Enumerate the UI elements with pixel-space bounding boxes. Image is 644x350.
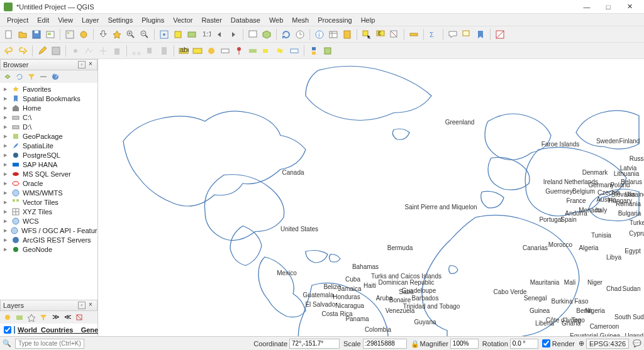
save-edits-icon[interactable] <box>50 45 62 57</box>
redo-icon[interactable] <box>16 45 29 57</box>
copy-icon[interactable] <box>144 45 157 57</box>
no-georef-icon[interactable] <box>494 28 506 41</box>
refresh-browser-icon[interactable] <box>14 72 25 82</box>
paste-icon[interactable] <box>158 45 170 57</box>
zoom-in-icon[interactable] <box>125 28 137 41</box>
zoom-out-icon[interactable] <box>138 28 151 41</box>
menu-layer[interactable]: Layer <box>77 15 104 25</box>
delete-selected-icon[interactable] <box>111 45 123 57</box>
abc-label-icon[interactable]: abc <box>177 45 190 57</box>
browser-item[interactable]: ▸SpatiaLite <box>1 141 96 150</box>
bookmark-icon[interactable] <box>474 28 487 41</box>
browser-item[interactable]: ▸WCS <box>1 216 96 226</box>
browser-close-icon[interactable]: × <box>87 61 94 68</box>
zoom-selection-icon[interactable] <box>172 28 184 41</box>
layer-style-icon[interactable] <box>3 312 13 322</box>
identify-icon[interactable]: i <box>313 28 326 41</box>
new-map-view-icon[interactable] <box>247 28 259 41</box>
locator-input[interactable] <box>15 339 84 349</box>
diagram-icon[interactable] <box>205 45 218 57</box>
zoom-next-icon[interactable] <box>227 28 240 41</box>
add-feature-icon[interactable] <box>69 45 82 57</box>
browser-item[interactable]: ▸SAP HANA <box>1 160 96 169</box>
measure-icon[interactable] <box>408 28 420 41</box>
open-project-icon[interactable] <box>16 28 29 41</box>
render-checkbox[interactable] <box>542 339 550 347</box>
vertex-tool-icon[interactable] <box>83 45 96 57</box>
layer-checkbox[interactable] <box>4 326 11 334</box>
new-project-icon[interactable] <box>3 28 15 41</box>
map-canvas[interactable]: GreenlandCanadaUnited StatesMexicoBermud… <box>98 59 644 336</box>
menu-vector[interactable]: Vector <box>169 15 197 25</box>
browser-tree[interactable]: ▸Favorites▸Spatial Bookmarks▸Home▸C:\▸D:… <box>0 83 97 300</box>
browser-undock-icon[interactable]: ▫ <box>78 61 86 68</box>
menu-view[interactable]: View <box>53 15 77 25</box>
change-label-icon[interactable] <box>288 45 301 57</box>
menu-help[interactable]: Help <box>357 15 380 25</box>
zoom-native-icon[interactable]: 1:1 <box>199 28 212 41</box>
collapse-all-icon[interactable] <box>38 72 48 82</box>
rotate-label-icon[interactable] <box>274 45 287 57</box>
new-3d-view-icon[interactable] <box>260 28 273 41</box>
layout-manager-icon[interactable] <box>64 28 76 41</box>
statistics-icon[interactable]: Σ <box>427 28 440 41</box>
undo-icon[interactable] <box>3 45 15 57</box>
zoom-full-icon[interactable] <box>158 28 170 41</box>
move-label-icon[interactable] <box>260 45 273 57</box>
pan-icon[interactable] <box>97 28 109 41</box>
browser-item[interactable]: ▸MS SQL Server <box>1 169 96 178</box>
menu-database[interactable]: Database <box>226 15 265 25</box>
menu-project[interactable]: Project <box>3 15 33 25</box>
layers-undock-icon[interactable]: ▫ <box>78 302 86 309</box>
browser-item[interactable]: ▸Home <box>1 103 96 112</box>
layers-tree[interactable]: World_Countries__Generalized_ <box>0 324 97 336</box>
plugin-manager-icon[interactable] <box>321 45 334 57</box>
menu-plugins[interactable]: Plugins <box>137 15 169 25</box>
zoom-last-icon[interactable] <box>213 28 226 41</box>
expand-all-icon[interactable]: ≫ <box>50 312 60 322</box>
abc-rule-icon[interactable] <box>191 45 204 57</box>
browser-item[interactable]: ▸Vector Tiles <box>1 197 96 207</box>
browser-item[interactable]: ▸PostgreSQL <box>1 150 96 160</box>
new-print-layout-icon[interactable] <box>44 28 57 41</box>
browser-item[interactable]: ▸ArcGIS REST Servers <box>1 235 96 244</box>
maximize-button[interactable]: □ <box>597 1 619 13</box>
zoom-layer-icon[interactable] <box>186 28 198 41</box>
browser-item[interactable]: ▸Favorites <box>1 84 96 94</box>
select-features-icon[interactable] <box>360 28 373 41</box>
browser-item[interactable]: ▸WFS / OGC API - Features <box>1 226 96 235</box>
add-group-icon[interactable] <box>14 312 25 322</box>
collapse-all-icon[interactable]: ≪ <box>62 312 72 322</box>
manage-themes-icon[interactable] <box>26 312 36 322</box>
rotation-input[interactable] <box>510 339 538 349</box>
layers-close-icon[interactable]: × <box>87 302 94 309</box>
coord-input[interactable] <box>289 339 340 349</box>
browser-item[interactable]: ▸Spatial Bookmarks <box>1 94 96 103</box>
crs-icon[interactable]: ⊕ <box>579 339 584 347</box>
messages-icon[interactable]: 💬 <box>633 339 641 347</box>
add-layer-icon[interactable] <box>3 72 13 82</box>
browser-item[interactable]: ▸Oracle <box>1 178 96 188</box>
crs-button[interactable]: EPSG:4326 <box>586 339 629 349</box>
magnifier-input[interactable] <box>450 339 479 349</box>
deselect-icon[interactable] <box>388 28 401 41</box>
move-feature-icon[interactable] <box>97 45 109 57</box>
browser-item[interactable]: ▸GeoNode <box>1 244 96 254</box>
properties-icon[interactable]: ? <box>50 72 60 82</box>
annotation-icon[interactable] <box>460 28 473 41</box>
scale-input[interactable] <box>363 339 407 349</box>
menu-settings[interactable]: Settings <box>103 15 137 25</box>
filter-browser-icon[interactable] <box>26 72 36 82</box>
pin-label-icon[interactable] <box>233 45 245 57</box>
menu-processing[interactable]: Processing <box>313 15 356 25</box>
lock-icon[interactable]: 🔒 <box>411 340 418 347</box>
show-label-icon[interactable] <box>247 45 259 57</box>
python-console-icon[interactable] <box>308 45 320 57</box>
filter-legend-icon[interactable] <box>38 312 48 322</box>
menu-raster[interactable]: Raster <box>197 15 226 25</box>
browser-item[interactable]: ▸GeoPackage <box>1 131 96 141</box>
toggle-editing-icon[interactable] <box>36 45 48 57</box>
temporal-icon[interactable] <box>294 28 306 41</box>
pan-to-selection-icon[interactable] <box>111 28 123 41</box>
browser-item[interactable]: ▸C:\ <box>1 112 96 122</box>
